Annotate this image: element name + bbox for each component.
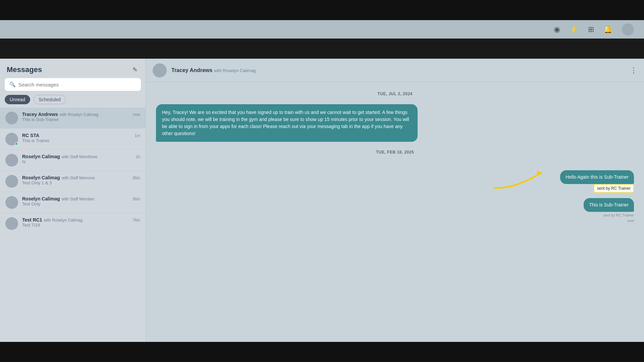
conv-avatar-6 — [5, 217, 18, 230]
conv-name-4: Roselyn Calimag — [22, 175, 60, 180]
sidebar-title: Messages — [7, 65, 42, 74]
filter-tabs: Unread Scheduled — [0, 95, 146, 108]
chat-header: Tracey Andrews with Roselyn Calimag ⋮ — [146, 59, 644, 82]
conv-name-3: Roselyn Calimag — [22, 154, 60, 159]
clock-icon[interactable]: ◉ — [554, 25, 560, 34]
conv-name-6: Test RC1 — [22, 217, 42, 223]
more-options-icon[interactable]: ⋮ — [630, 66, 637, 75]
conv-sub-5: with Staff Memtwo — [62, 197, 95, 201]
chat-header-sub: with Roselyn Calimag — [214, 68, 256, 73]
conv-item-2[interactable]: RC STA This is Trainer 1m — [0, 129, 146, 150]
conv-name-5: Roselyn Calimag — [22, 196, 60, 201]
conv-time-2: 1m — [135, 133, 140, 138]
chat-area: Tracey Andrews with Roselyn Calimag ⋮ TU… — [146, 59, 644, 342]
sidebar: Messages ✎ 🔍 Unread Scheduled Tracey And… — [0, 59, 146, 342]
chat-messages: TUE, JUL 2, 2024 Hey, Tracey! We are so … — [146, 82, 644, 342]
online-dot-2 — [15, 142, 18, 145]
grid-icon[interactable]: ⊞ — [588, 25, 594, 34]
conv-sub-3: with Staff Memthree — [62, 155, 98, 159]
conv-preview-3: hi — [22, 159, 132, 164]
conv-sub-4: with Staff Memone — [62, 176, 95, 180]
message-group-2: Hello Again this is Sub-Trainer sent by … — [156, 163, 634, 193]
arrow-svg — [488, 163, 555, 193]
search-icon: 🔍 — [9, 81, 16, 87]
conv-name-1: Tracey Andrews — [22, 112, 58, 117]
search-bar: 🔍 — [5, 78, 141, 91]
conv-time-5: 3Mo — [132, 197, 140, 201]
chat-header-avatar — [153, 63, 167, 77]
conv-item-5[interactable]: Roselyn Calimag with Staff Memtwo Test O… — [0, 192, 146, 213]
bell-icon[interactable]: 🔔 — [603, 25, 612, 34]
lightning-icon[interactable]: ⚡ — [570, 25, 579, 34]
conv-time-4: 3Mo — [132, 176, 140, 180]
top-black-bar — [0, 0, 644, 20]
conv-info-5: Roselyn Calimag with Staff Memtwo Test O… — [22, 196, 128, 206]
conversation-list: Tracey Andrews with Roselyn Calimag This… — [0, 108, 146, 342]
msg-bubble-3: This is Sub-Trainer — [584, 198, 634, 212]
conv-item-3[interactable]: Roselyn Calimag with Staff Memthree hi 1… — [0, 150, 146, 171]
conv-info-3: Roselyn Calimag with Staff Memthree hi — [22, 154, 132, 164]
date-separator-2: TUE, FEB 18, 2025 — [156, 150, 634, 155]
conv-info-4: Roselyn Calimag with Staff Memone Test O… — [22, 175, 128, 185]
conv-preview-2: This is Trainer — [22, 138, 130, 143]
conv-preview-6: Test 7/19 — [22, 223, 128, 228]
message-3: This is Sub-Trainer sent by RC Trainer n… — [156, 198, 634, 223]
conv-time-6: 7Mo — [132, 218, 140, 223]
sidebar-header: Messages ✎ — [0, 59, 146, 78]
conv-sub-6: with Roselyn Calimag — [44, 218, 83, 223]
msg-bubble-2: Hello Again this is Sub-Trainer — [560, 170, 634, 184]
tab-unread[interactable]: Unread — [5, 95, 30, 104]
bottom-black-bar — [0, 342, 644, 362]
conv-item-1[interactable]: Tracey Andrews with Roselyn Calimag This… — [0, 108, 146, 129]
conv-avatar-2 — [5, 133, 18, 145]
conv-avatar-4 — [5, 175, 18, 188]
msg-bubble-1: Hey, Tracey! We are so excited that you … — [156, 104, 418, 142]
conv-avatar-3 — [5, 154, 18, 167]
conv-sub-1: with Roselyn Calimag — [60, 112, 98, 117]
conv-item-4[interactable]: Roselyn Calimag with Staff Memone Test O… — [0, 171, 146, 192]
date-separator-1: TUE, JUL 2, 2024 — [156, 92, 634, 96]
conv-preview-5: Test Only — [22, 201, 128, 206]
chat-header-info: Tracey Andrews with Roselyn Calimag — [171, 67, 625, 73]
conv-preview-4: Test Only 1 & 3 — [22, 180, 128, 185]
conv-time-3: 1h — [136, 155, 140, 159]
tooltip-box: sent by RC Trainer — [594, 184, 634, 193]
conv-preview-1: This is Sub-Trainer — [22, 117, 129, 122]
msg-meta-3: sent by RC Trainer — [603, 213, 634, 217]
conv-name-2: RC STA — [22, 133, 39, 138]
chat-header-name: Tracey Andrews with Roselyn Calimag — [171, 67, 256, 73]
conv-avatar-5 — [5, 196, 18, 209]
compose-icon[interactable]: ✎ — [131, 65, 139, 75]
user-avatar[interactable] — [622, 23, 634, 36]
msg-time-3: now — [627, 219, 634, 223]
conv-avatar-1 — [5, 112, 18, 124]
yellow-arrow — [488, 163, 555, 193]
content-area: Messages ✎ 🔍 Unread Scheduled Tracey And… — [0, 59, 644, 342]
conv-info-1: Tracey Andrews with Roselyn Calimag This… — [22, 112, 129, 122]
conv-item-6[interactable]: Test RC1 with Roselyn Calimag Test 7/19 … — [0, 213, 146, 234]
message-1: Hey, Tracey! We are so excited that you … — [156, 104, 634, 142]
conv-info-2: RC STA This is Trainer — [22, 133, 130, 143]
tab-scheduled[interactable]: Scheduled — [34, 95, 66, 104]
conv-info-6: Test RC1 with Roselyn Calimag Test 7/19 — [22, 217, 128, 228]
search-input[interactable] — [18, 82, 136, 87]
nav-bar: ◉ ⚡ ⊞ 🔔 — [0, 20, 644, 39]
conv-time-1: now — [133, 112, 140, 117]
